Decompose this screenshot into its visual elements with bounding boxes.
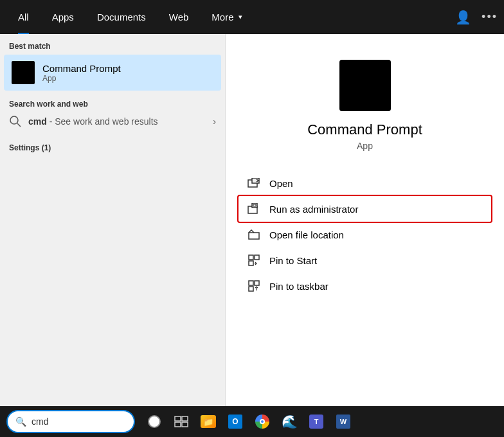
svg-rect-17	[182, 416, 188, 421]
svg-rect-12	[249, 281, 253, 285]
tab-web[interactable]: Web	[158, 0, 201, 34]
svg-line-1	[17, 123, 21, 127]
taskbar-search-value: cmd	[32, 416, 48, 427]
action-pin-taskbar[interactable]: Pin to taskbar	[239, 273, 491, 299]
open-icon	[248, 177, 260, 190]
app-icon-large	[339, 60, 391, 111]
admin-icon	[248, 202, 260, 215]
start-button[interactable]	[145, 413, 163, 431]
search-web-item[interactable]: cmd - See work and web results ›	[9, 112, 216, 130]
taskbar-search-icon: 🔍	[15, 416, 26, 427]
left-panel: Best match Command Prompt App Search wor…	[0, 34, 225, 406]
search-keyword: cmd	[28, 116, 47, 127]
action-open[interactable]: Open	[239, 170, 491, 196]
chevron-down-icon: ▾	[239, 13, 242, 21]
svg-rect-10	[249, 261, 253, 265]
svg-rect-9	[255, 255, 259, 260]
tab-all[interactable]: All	[6, 0, 40, 34]
search-web-section: Search work and web cmd - See work and w…	[0, 91, 225, 134]
action-pin-start[interactable]: Pin to Start	[239, 247, 491, 273]
chevron-right-icon: ›	[213, 116, 216, 127]
edge-button[interactable]: 🌊	[280, 413, 298, 431]
tab-documents[interactable]: Documents	[86, 0, 158, 34]
app-type: App	[357, 141, 373, 151]
chrome-button[interactable]	[253, 413, 271, 431]
svg-rect-7	[249, 233, 259, 239]
tab-apps[interactable]: Apps	[40, 0, 86, 34]
more-options-icon[interactable]: •••	[482, 10, 498, 24]
svg-rect-8	[249, 255, 253, 260]
cmd-icon	[12, 61, 35, 84]
search-web-left: cmd - See work and web results	[9, 115, 158, 128]
app-name: Command Prompt	[307, 121, 422, 138]
taskbar-search[interactable]: 🔍 cmd	[6, 410, 135, 433]
file-explorer-button[interactable]: 📁	[199, 413, 217, 431]
tab-more[interactable]: More ▾	[200, 0, 253, 34]
taskbar-icons: 📁 O 🌊 T W	[145, 413, 352, 431]
svg-rect-5	[252, 203, 257, 208]
best-match-text: Command Prompt App	[42, 63, 121, 83]
taskbar: 🔍 cmd 📁 O 🌊	[0, 406, 504, 437]
svg-rect-16	[175, 416, 181, 421]
word-button[interactable]: W	[334, 413, 352, 431]
best-match-subtitle: App	[42, 74, 121, 83]
pin-start-icon	[248, 254, 260, 267]
pin-taskbar-icon	[248, 280, 260, 292]
user-icon[interactable]: 👤	[455, 10, 471, 25]
svg-point-0	[10, 116, 18, 124]
search-desc: - See work and web results	[50, 116, 158, 127]
settings-label: Settings (1)	[9, 143, 216, 152]
search-loop-icon	[9, 115, 22, 128]
right-panel: Command Prompt App Open	[225, 34, 504, 406]
action-run-admin[interactable]: Run as administrator	[239, 196, 491, 222]
svg-rect-14	[249, 287, 253, 291]
task-view-button[interactable]	[172, 413, 190, 431]
main-container: Best match Command Prompt App Search wor…	[0, 34, 504, 406]
settings-section: Settings (1)	[0, 134, 225, 156]
nav-icons-right: 👤 •••	[455, 10, 498, 25]
location-icon	[248, 228, 260, 241]
teams-button[interactable]: T	[307, 413, 325, 431]
nav-tabs: All Apps Documents Web More ▾	[6, 0, 254, 34]
action-list: Open Run as administrator	[226, 170, 504, 299]
action-open-location[interactable]: Open file location	[239, 222, 491, 247]
top-nav: All Apps Documents Web More ▾ 👤 •••	[0, 0, 504, 34]
search-web-label: Search work and web	[9, 100, 216, 109]
svg-rect-19	[182, 422, 188, 427]
best-match-label: Best match	[0, 34, 225, 55]
svg-rect-18	[175, 422, 181, 427]
best-match-item[interactable]: Command Prompt App	[4, 55, 221, 91]
svg-rect-13	[255, 281, 259, 285]
best-match-title: Command Prompt	[42, 63, 121, 74]
outlook-button[interactable]: O	[226, 413, 244, 431]
